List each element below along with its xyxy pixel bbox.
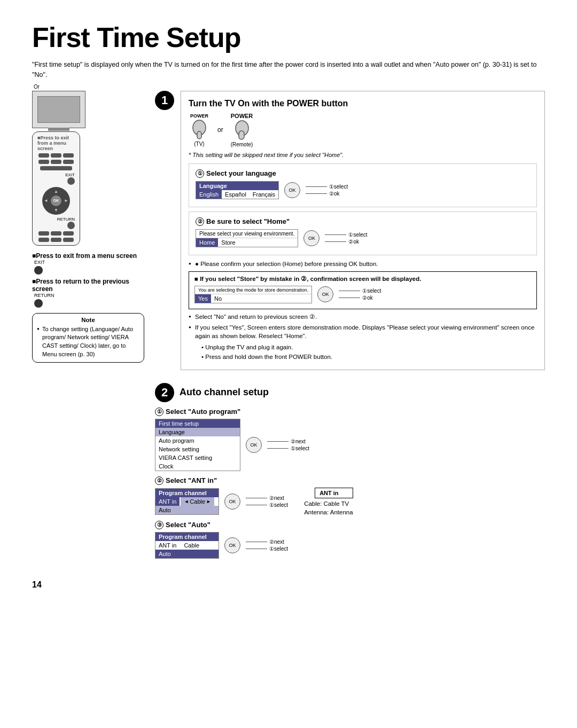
program-channel-header2: Program channel	[155, 533, 219, 541]
sub-step3-circle: ③	[155, 521, 163, 529]
selector-icon4: OK	[246, 437, 262, 453]
line10	[246, 505, 267, 505]
sub-step3-title: ③ Select "Auto"	[155, 521, 545, 529]
note-box: Note ● To change setting (Language/ Auto…	[32, 313, 144, 363]
confirm-note: ● Please confirm your selection (Home) b…	[189, 260, 537, 268]
selector-icon1: OK	[284, 182, 300, 198]
sub1-selector-area: OK	[246, 437, 262, 453]
remote-btn-wide	[40, 166, 72, 170]
line8	[267, 448, 288, 449]
step1-annotations: ①select ②ok	[306, 184, 348, 197]
menu-espanol: Español	[222, 190, 249, 199]
note-text: To change setting (Language/ Auto progra…	[42, 326, 133, 358]
remote-btn4	[38, 160, 49, 164]
page-title: First Time Setup	[32, 21, 545, 53]
section2-header: 2 Auto channel setup	[155, 383, 545, 402]
intro-text: "First time setup" is displayed only whe…	[32, 60, 545, 80]
sub2-annotations: ②next ①select	[246, 495, 288, 508]
power-icon-tv: POWER (TV)	[189, 113, 210, 147]
power-text: POWER	[190, 113, 208, 119]
press-return-label: ■Press to return to the previous screen	[32, 278, 144, 293]
step2-annotations: ①select ②ok	[325, 232, 367, 245]
step2-title: ② Be sure to select "Home"	[196, 217, 530, 226]
note-title: Note	[37, 317, 139, 323]
ant-menu: Program channel ANT in ◄Cable► Auto	[155, 488, 219, 515]
warn-annot1: ①select	[339, 288, 381, 294]
auto-select-menu: Program channel ANT in Cable Auto	[155, 532, 219, 559]
press-exit-label: ■Press to exit from a menu screen	[32, 252, 144, 260]
sub-step3-menu: Program channel ANT in Cable Auto	[155, 532, 219, 559]
dpad-right: ►	[64, 198, 68, 203]
menu-viera: VIERA CAST setting	[155, 453, 240, 462]
warning-title: ■ If you select "Store" by mistake in ②,…	[194, 275, 531, 283]
bullet-sub: • Unplug the TV and plug it again. • Pre…	[189, 342, 537, 362]
menu-francais: Français	[249, 190, 278, 199]
step1-menu-header: Language	[196, 182, 278, 190]
warning-box: ■ If you select "Store" by mistake in ②,…	[189, 271, 537, 309]
exit-area: EXIT	[35, 173, 77, 185]
exit-circle	[34, 266, 43, 275]
step1-area: ① Select your language Language English …	[189, 163, 537, 207]
section1-header: 1 Turn the TV On with the POWER button P…	[155, 91, 545, 378]
step2-row: Please select your viewing environment. …	[196, 229, 530, 247]
dpad-up: ▲	[54, 189, 58, 194]
press-exit-section: ■Press to exit from a menu screen EXIT	[32, 252, 144, 275]
menu-auto2: Auto	[155, 506, 219, 514]
step1-menu-items: English Español Français	[196, 190, 278, 199]
step1-menu-box: Language English Español Français	[196, 181, 279, 199]
program-channel-header: Program channel	[155, 489, 219, 497]
step1-annot1: ①select	[306, 184, 348, 190]
section2: 2 Auto channel setup ① Select "Auto prog…	[155, 383, 545, 559]
sub1-annot1: ②next	[267, 439, 309, 444]
tv-illustration: Or	[32, 91, 85, 128]
line2	[306, 193, 327, 194]
sub-step2-row: Program channel ANT in ◄Cable► Auto	[155, 488, 545, 515]
remote-btn9	[63, 231, 74, 236]
remote-btn1	[38, 153, 49, 158]
page-number: 14	[32, 580, 545, 590]
step1-selector: OK	[284, 182, 300, 198]
auto-prog-menu: First time setup Language Auto program N…	[155, 419, 240, 471]
sub-step1-title: ① Select "Auto program"	[155, 408, 545, 416]
remote-btn7	[38, 231, 49, 236]
step2-menu-items: Home Store	[196, 238, 298, 247]
tv-label: (TV)	[194, 141, 204, 147]
warning-menu-box: You are selecting the mode for store dem…	[194, 286, 312, 303]
step1-row: Language English Español Français	[196, 181, 530, 199]
line7	[267, 441, 288, 442]
sub2-annot2: ①select	[246, 502, 288, 508]
remote-btn6	[63, 160, 74, 164]
step2-circle: ②	[196, 217, 204, 226]
warning-annotations: ①select ②ok	[339, 288, 381, 301]
skip-note: * This setting will be skipped next time…	[189, 152, 537, 158]
ok-button: OK	[51, 195, 61, 206]
or-label: Or	[34, 84, 40, 90]
remote-label: (Remote)	[231, 142, 253, 147]
sub-step2-menu: Program channel ANT in ◄Cable► Auto	[155, 488, 219, 515]
remote-btn3	[63, 153, 74, 158]
note-content: ● To change setting (Language/ Auto prog…	[37, 325, 139, 359]
step2-menu-box: Please select your viewing environment. …	[196, 229, 298, 247]
step1-title: ① Select your language	[196, 169, 530, 178]
power-label: ■Press to exit from a menu screen	[37, 135, 77, 151]
menu-yes: Yes	[195, 294, 211, 303]
sub-step3-row: Program channel ANT in Cable Auto OK	[155, 532, 545, 559]
remote-btn8	[51, 231, 61, 236]
step2-menu: Please select your viewing environment. …	[196, 229, 298, 247]
step2-selector: OK	[303, 230, 319, 246]
menu-network: Network setting	[155, 445, 240, 453]
selector-icon5: OK	[224, 494, 240, 510]
sub-step2: ② Select "ANT in" Program channel ANT in…	[155, 476, 545, 515]
line11	[246, 542, 267, 542]
sub-step1-circle: ①	[155, 408, 163, 416]
right-column: 1 Turn the TV On with the POWER button P…	[155, 91, 545, 564]
menu-cable: ◄Cable►	[181, 497, 214, 506]
section1-content: Turn the TV On with the POWER button POW…	[181, 91, 545, 378]
menu-home: Home	[196, 238, 218, 247]
sub1-annot2: ①select	[267, 445, 309, 451]
svg-rect-3	[239, 131, 244, 139]
step1-menu: Language English Español Français	[196, 181, 279, 199]
remote-hand-icon	[231, 120, 253, 142]
warning-selector: OK	[317, 286, 333, 302]
sub-step2-circle: ②	[155, 476, 163, 485]
